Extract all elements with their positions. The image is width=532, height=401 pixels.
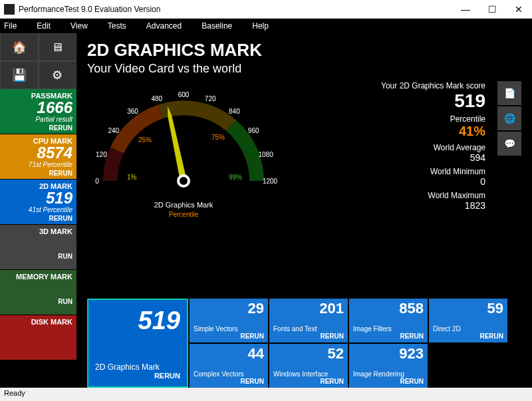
chat-button[interactable]: 💬 — [497, 132, 521, 156]
sidebar-card-passmark[interactable]: PASSMARK1666Partial resultRERUN — [0, 89, 76, 134]
gauge-tick: 480 — [151, 95, 162, 102]
card-score: 1666 — [4, 100, 72, 116]
menu-view[interactable]: View — [70, 21, 88, 31]
tile-simple-vectors[interactable]: 29Simple VectorsRERUN — [190, 299, 268, 342]
sidebar: 🏠 🖥 💾 ⚙ PASSMARK1666Partial resultRERUNC… — [0, 33, 76, 388]
world-avg-label: World Average — [381, 143, 485, 152]
card-label: 3D MARK — [4, 227, 72, 235]
tile-value: 923 — [353, 346, 424, 361]
disk-button[interactable]: 💾 — [0, 61, 39, 89]
tile-fonts-and-text[interactable]: 201Fonts and TextRERUN — [269, 299, 348, 342]
status-bar: Ready — [0, 388, 532, 401]
gauge-tick: 1080 — [259, 151, 274, 158]
close-button[interactable]: ✕ — [505, 0, 532, 19]
card-action[interactable]: RERUN — [4, 215, 72, 222]
menu-bar: File Edit View Tests Advanced Baseline H… — [0, 19, 532, 33]
gauge-tick: 1200 — [263, 178, 278, 185]
sidebar-card-2d-mark[interactable]: 2D MARK51941st PercentileRERUN — [0, 180, 76, 225]
menu-file[interactable]: File — [4, 21, 17, 31]
tile-value: 59 — [433, 301, 503, 316]
card-sub: Partial result — [4, 116, 72, 123]
card-score: 519 — [4, 190, 72, 206]
tile-direct-2d[interactable]: 59Direct 2DRERUN — [429, 299, 507, 342]
world-min-label: World Minimum — [381, 167, 485, 176]
sidebar-card-disk-mark[interactable]: DISK MARK — [0, 315, 76, 360]
menu-baseline[interactable]: Baseline — [201, 21, 232, 31]
globe-button[interactable]: 🌐 — [497, 106, 521, 130]
gauge-tick: 0 — [95, 178, 99, 185]
score-label: Your 2D Graphics Mark score — [381, 81, 485, 90]
overall-rerun[interactable]: RERUN — [95, 372, 180, 380]
card-sub: 71st Percentile — [4, 161, 72, 168]
home-button[interactable]: 🏠 — [0, 33, 39, 61]
tile-action[interactable]: RERUN — [353, 333, 424, 340]
page-title: 2D GRAPHICS MARK — [87, 40, 521, 61]
gauge: 012024036048060072084096010801200 1% 25%… — [87, 81, 287, 296]
percentile-label: Percentile — [381, 114, 485, 124]
monitor-button[interactable]: 🖥 — [39, 33, 77, 61]
tile-label: Image Rendering — [353, 370, 424, 378]
world-max-value: 1823 — [381, 200, 485, 211]
overall-tile[interactable]: 519 2D Graphics Mark RERUN — [87, 299, 188, 388]
gauge-75pct: 75% — [211, 134, 225, 141]
gauge-25pct: 25% — [138, 136, 152, 144]
window-title: PerformanceTest 9.0 Evaluation Version — [19, 5, 452, 14]
tile-value: 29 — [194, 301, 264, 316]
tile-label: Fonts and Text — [273, 325, 344, 333]
sidebar-card-cpu-mark[interactable]: CPU MARK857471st PercentileRERUN — [0, 134, 76, 180]
gauge-tick: 960 — [248, 127, 259, 134]
tile-complex-vectors[interactable]: 44Complex VectorsRERUN — [190, 344, 268, 388]
card-sub: 41st Percentile — [4, 206, 72, 213]
result-tiles: 519 2D Graphics Mark RERUN 29Simple Vect… — [87, 299, 521, 388]
export-button[interactable]: 📄 — [497, 81, 521, 105]
menu-edit[interactable]: Edit — [37, 21, 51, 31]
gauge-sublabel: Percentile — [169, 211, 199, 218]
tile-action[interactable]: RERUN — [353, 378, 424, 385]
tile-label: Simple Vectors — [194, 325, 264, 333]
tile-value: 201 — [273, 301, 344, 316]
menu-advanced[interactable]: Advanced — [146, 21, 182, 31]
tile-label: Complex Vectors — [194, 370, 264, 378]
world-max-label: World Maximum — [381, 191, 485, 200]
tile-windows-interface[interactable]: 52Windows InterfaceRERUN — [269, 344, 348, 388]
page-header: 2D GRAPHICS MARK Your Video Card vs the … — [87, 40, 521, 76]
sidebar-card-memory-mark[interactable]: MEMORY MARKRUN — [0, 270, 76, 315]
card-action[interactable]: RERUN — [4, 124, 72, 132]
tile-label: Direct 2D — [433, 325, 503, 333]
card-action[interactable]: RUN — [4, 298, 72, 305]
tile-action[interactable]: RERUN — [273, 378, 344, 385]
menu-tests[interactable]: Tests — [108, 21, 126, 31]
card-action[interactable]: RERUN — [4, 170, 72, 177]
settings-button[interactable]: ⚙ — [39, 61, 77, 89]
gauge-1pct: 1% — [127, 174, 137, 181]
minimize-button[interactable]: — — [452, 0, 479, 19]
card-action[interactable]: RUN — [4, 253, 72, 260]
tile-image-filters[interactable]: 858Image FiltersRERUN — [349, 299, 428, 342]
tile-action[interactable]: RERUN — [194, 333, 264, 340]
gauge-tick: 600 — [178, 91, 190, 98]
gauge-tick: 240 — [108, 127, 119, 134]
percentile-value: 41% — [381, 124, 485, 139]
tile-action[interactable]: RERUN — [433, 333, 503, 340]
sidebar-card-3d-mark[interactable]: 3D MARKRUN — [0, 225, 76, 270]
tile-action[interactable]: RERUN — [273, 333, 344, 340]
tile-image-rendering[interactable]: 923Image RenderingRERUN — [349, 344, 428, 388]
tile-value: 44 — [194, 346, 264, 361]
tile-label: Image Filters — [353, 325, 424, 333]
maximize-button[interactable]: ☐ — [479, 0, 505, 19]
tile-label: Windows Interface — [273, 370, 344, 378]
stats-panel: Your 2D Graphics Mark score 519 Percenti… — [381, 81, 492, 296]
score-value: 519 — [381, 90, 485, 112]
menu-help[interactable]: Help — [252, 21, 269, 31]
page-subtitle: Your Video Card vs the world — [87, 62, 521, 76]
card-score: 8574 — [4, 145, 72, 161]
card-label: MEMORY MARK — [4, 273, 72, 281]
tile-value: 858 — [353, 301, 424, 316]
tile-action[interactable]: RERUN — [194, 378, 264, 385]
world-min-value: 0 — [381, 176, 485, 187]
gauge-label: 2D Graphics Mark — [154, 201, 213, 209]
app-icon — [4, 4, 15, 15]
title-bar: PerformanceTest 9.0 Evaluation Version —… — [0, 0, 532, 19]
tile-value: 52 — [273, 346, 344, 361]
gauge-tick: 840 — [229, 108, 240, 115]
